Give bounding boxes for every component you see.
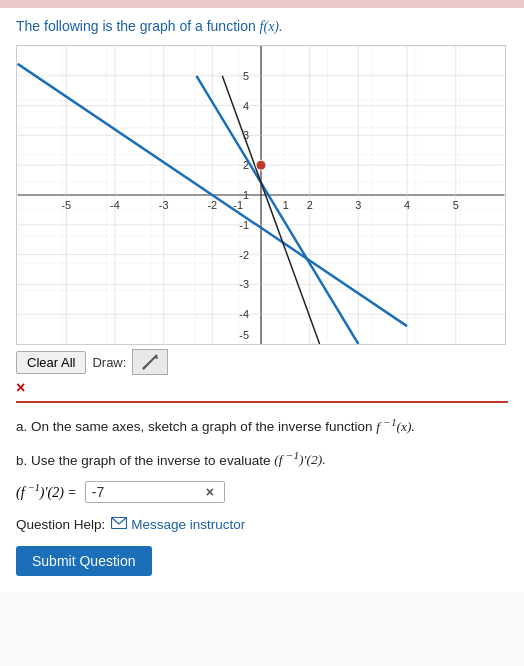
answer-input[interactable] <box>92 484 202 500</box>
submit-question-button[interactable]: Submit Question <box>16 546 152 576</box>
svg-text:3: 3 <box>355 199 361 211</box>
svg-text:-5: -5 <box>239 329 249 341</box>
pencil-icon <box>139 351 161 373</box>
graph-container: -5 -4 -3 -2 -1 1 2 3 4 5 5 4 3 2 1 -1 -2… <box>16 45 506 345</box>
svg-text:5: 5 <box>453 199 459 211</box>
svg-text:-3: -3 <box>159 199 169 211</box>
svg-text:1: 1 <box>243 189 249 201</box>
svg-text:-5: -5 <box>61 199 71 211</box>
page-container: The following is the graph of a function… <box>0 0 524 592</box>
close-icon[interactable]: × <box>16 379 25 397</box>
svg-text:2: 2 <box>307 199 313 211</box>
intro-text-static: The following is the graph of a function <box>16 18 260 34</box>
question-a: a. On the same axes, sketch a graph of t… <box>16 413 508 437</box>
svg-text:-2: -2 <box>239 249 249 261</box>
svg-text:-4: -4 <box>239 308 249 320</box>
email-icon <box>111 517 127 532</box>
input-clear-button[interactable]: × <box>206 484 214 500</box>
svg-text:1: 1 <box>283 199 289 211</box>
svg-text:5: 5 <box>243 70 249 82</box>
answer-row: (f −1)′(2) = × <box>16 481 508 503</box>
intersection-point <box>256 160 266 170</box>
question-b: b. Use the graph of the inverse to evalu… <box>16 447 508 471</box>
message-instructor-link[interactable]: Message instructor <box>111 517 245 532</box>
question-help-label: Question Help: <box>16 517 105 532</box>
svg-text:-1: -1 <box>239 219 249 231</box>
clear-all-button[interactable]: Clear All <box>16 351 86 374</box>
svg-text:-2: -2 <box>207 199 217 211</box>
draw-label: Draw: <box>92 355 126 370</box>
svg-text:4: 4 <box>243 100 249 112</box>
intro-text: The following is the graph of a function… <box>16 18 508 35</box>
toolbar: Clear All Draw: <box>16 349 508 375</box>
svg-text:4: 4 <box>404 199 410 211</box>
graph-svg: -5 -4 -3 -2 -1 1 2 3 4 5 5 4 3 2 1 -1 -2… <box>17 46 505 344</box>
func-label: f(x). <box>260 19 283 34</box>
top-bar <box>0 0 524 8</box>
question-help: Question Help: Message instructor <box>16 517 508 532</box>
svg-text:-4: -4 <box>110 199 120 211</box>
svg-line-40 <box>143 366 146 369</box>
divider <box>16 401 508 403</box>
svg-text:-3: -3 <box>239 278 249 290</box>
draw-tool-icon[interactable] <box>132 349 168 375</box>
answer-input-wrapper: × <box>85 481 225 503</box>
answer-label: (f −1)′(2) = <box>16 482 77 501</box>
